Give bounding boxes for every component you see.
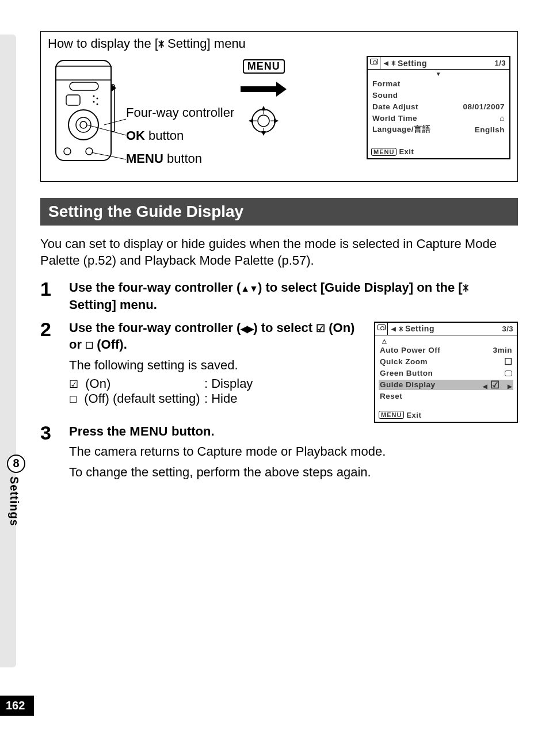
menu-item: Reset (380, 392, 402, 400)
svg-point-7 (64, 148, 71, 155)
menu-item: Format (372, 79, 401, 88)
checkbox-off-icon: ☐ (85, 341, 93, 350)
chevron-down-icon (372, 71, 505, 77)
callouts: Four-way controller OK button MENU butto… (126, 105, 234, 174)
menu-item: Quick Zoom (380, 357, 428, 366)
leftright-icon: ◀▶ (241, 324, 253, 334)
footer-exit: Exit (406, 411, 421, 419)
home-icon: ⌂ (500, 113, 505, 123)
step-number: 3 (40, 423, 58, 481)
step-2: 2 Use the four-way controller (◀▶) to se… (40, 319, 363, 406)
page-indicator: 3/3 (502, 324, 517, 333)
menu-item-selected: Guide Display (380, 380, 436, 389)
triangle-left-icon: ◀ (384, 60, 389, 66)
side-label: Settings (7, 476, 21, 526)
footer-exit: Exit (399, 147, 414, 156)
svg-point-4 (68, 110, 98, 140)
menu-value: 08/01/2007 (463, 102, 505, 111)
menu-value: 3min (493, 346, 512, 354)
camera-drawing (51, 56, 126, 165)
step-3: 3 Press the MENU button. The camera retu… (40, 423, 518, 481)
checkbox-on-icon: ☑ (69, 379, 78, 390)
triangle-left-icon: ◀ (483, 383, 488, 390)
step-number: 2 (40, 319, 58, 406)
svg-point-11 (97, 98, 98, 100)
value-display: Display (204, 376, 253, 391)
svg-rect-1 (56, 66, 111, 80)
checkbox-on-icon: ☑ (490, 379, 500, 391)
page-number: 162 (0, 696, 34, 716)
svg-point-18 (258, 115, 269, 127)
value-hide: Hide (204, 391, 237, 406)
checkbox-off-icon: ☐ (504, 356, 513, 367)
menu-item: Sound (372, 91, 398, 100)
menu-label-small: MENU (379, 411, 404, 419)
tab-label: Setting (405, 324, 434, 333)
triangle-left-icon: ◀ (391, 326, 396, 332)
arrow-stack: MENU (238, 59, 289, 140)
svg-line-14 (104, 119, 126, 125)
step-subtext: The camera returns to Capture mode or Pl… (69, 443, 518, 460)
side-strip (0, 35, 16, 667)
checkbox-on-icon: ☑ (316, 323, 325, 334)
checkbox-off-icon: ☐ (69, 395, 77, 404)
svg-point-12 (93, 101, 95, 103)
chapter-badge: 8 (7, 455, 25, 473)
updown-icon: ▲▼ (241, 284, 258, 293)
howto-title: How to display the [𐊌 Setting] menu (48, 36, 510, 51)
callout-ok: OK button (126, 128, 234, 143)
svg-point-10 (93, 96, 95, 97)
menu-value: English (475, 125, 505, 134)
menu-item: Language/言語 (372, 124, 430, 135)
tab-label: Setting (398, 59, 427, 68)
menu-item: Green Button (380, 369, 433, 377)
step-1: 1 Use the four-way controller (▲▼) to se… (40, 279, 518, 313)
svg-line-15 (87, 125, 126, 135)
triangle-right-icon: ▶ (508, 383, 513, 390)
step-subtext: The following setting is saved. (69, 357, 363, 374)
svg-point-8 (86, 148, 93, 155)
svg-point-6 (80, 121, 87, 128)
svg-rect-2 (70, 82, 98, 90)
menu-item: Date Adjust (372, 102, 418, 111)
svg-point-13 (97, 104, 98, 105)
menu-label: MENU (243, 59, 285, 74)
tools-icon: 𐊌 (399, 324, 403, 333)
intro-text: You can set to display or hide guides wh… (40, 236, 518, 269)
callout-menu: MENU button (126, 151, 234, 166)
menu-label-small: MENU (371, 148, 396, 156)
howto-box: How to display the [𐊌 Setting] menu (40, 31, 518, 182)
tools-icon: 𐊌 (463, 281, 468, 294)
menu-screen-2: ◀ 𐊌 Setting 3/3 △ Auto Power Off3min Qui… (374, 322, 518, 423)
menu-item: World Time (372, 114, 417, 123)
camera-tab-icon (378, 324, 386, 330)
tools-icon: 𐊌 (391, 59, 396, 67)
svg-point-5 (76, 117, 91, 132)
svg-rect-3 (66, 95, 80, 105)
step-subtext: To change the setting, perform the above… (69, 464, 518, 481)
dpad-icon (246, 104, 281, 138)
rounded-square-icon (505, 371, 512, 376)
callout-fourway: Four-way controller (126, 105, 234, 120)
tools-icon: 𐊌 (158, 37, 164, 50)
menu-screen-1: ◀ 𐊌 Setting 1/3 Format Sound Date Adjust… (367, 56, 510, 159)
step-number: 1 (40, 279, 58, 313)
chevron-up-icon: △ (380, 338, 512, 344)
arrow-right-icon (241, 86, 287, 92)
menu-item: Auto Power Off (380, 346, 440, 354)
section-heading: Setting the Guide Display (40, 198, 518, 226)
page-indicator: 1/3 (494, 59, 509, 67)
camera-tab-icon (370, 59, 378, 64)
